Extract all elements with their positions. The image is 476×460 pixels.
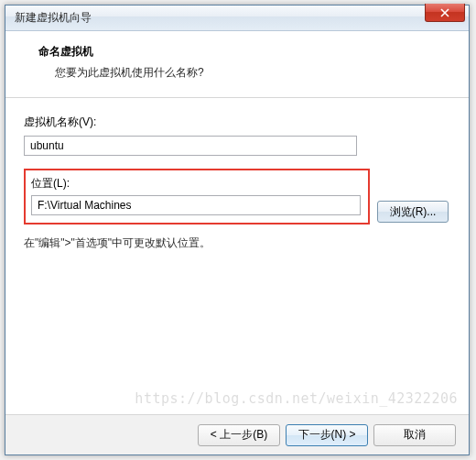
wizard-content: 虚拟机名称(V): 位置(L): 浏览(R)... 在"编辑">"首选项"中可更…: [5, 98, 469, 268]
location-row: 位置(L): 浏览(R)...: [24, 169, 450, 230]
browse-button[interactable]: 浏览(R)...: [377, 201, 449, 223]
header-title: 命名虚拟机: [38, 44, 447, 60]
wizard-footer: < 上一步(B) 下一步(N) > 取消: [5, 414, 469, 455]
watermark-text: https://blog.csdn.net/weixin_42322206: [135, 390, 458, 407]
location-highlight-box: 位置(L):: [24, 169, 370, 225]
hint-text: 在"编辑">"首选项"中可更改默认位置。: [24, 235, 450, 251]
vm-name-label: 虚拟机名称(V):: [24, 115, 450, 130]
close-icon: [440, 8, 449, 17]
close-button[interactable]: [425, 4, 465, 22]
vm-name-field: 虚拟机名称(V):: [24, 115, 450, 156]
window-title: 新建虚拟机向导: [15, 10, 92, 26]
wizard-header: 命名虚拟机 您要为此虚拟机使用什么名称?: [5, 31, 469, 98]
header-subtitle: 您要为此虚拟机使用什么名称?: [55, 65, 447, 81]
wizard-window: 新建虚拟机向导 命名虚拟机 您要为此虚拟机使用什么名称? 虚拟机名称(V): 位…: [5, 5, 470, 455]
location-label: 位置(L):: [31, 176, 362, 192]
titlebar: 新建虚拟机向导: [5, 5, 469, 31]
next-button[interactable]: 下一步(N) >: [286, 424, 368, 446]
cancel-button[interactable]: 取消: [373, 424, 456, 446]
back-button[interactable]: < 上一步(B): [198, 424, 280, 446]
vm-name-input[interactable]: [24, 136, 357, 156]
location-input[interactable]: [31, 195, 361, 215]
